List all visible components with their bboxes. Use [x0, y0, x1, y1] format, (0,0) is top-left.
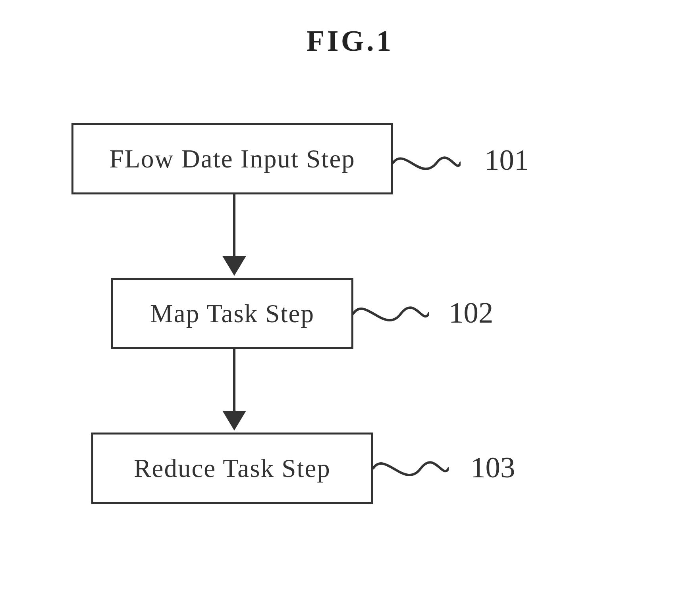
callout-connector-1	[393, 151, 461, 183]
callout-connector-3	[373, 456, 449, 488]
diagram-canvas: FIG.1 FLow Date Input Step 101 Map Task …	[0, 0, 700, 596]
callout-connector-2	[353, 302, 429, 333]
flow-step-label-3: Reduce Task Step	[134, 454, 331, 483]
svg-marker-1	[222, 256, 246, 276]
flow-step-box-2: Map Task Step	[111, 278, 353, 349]
callout-label-2: 102	[449, 296, 494, 330]
svg-marker-3	[222, 411, 246, 431]
callout-label-1: 101	[484, 143, 529, 177]
flow-step-box-3: Reduce Task Step	[91, 433, 373, 504]
figure-title: FIG.1	[0, 24, 700, 58]
arrow-1-to-2	[214, 194, 254, 278]
arrow-2-to-3	[214, 349, 254, 433]
callout-label-3: 103	[471, 450, 515, 484]
flow-step-label-1: FLow Date Input Step	[109, 144, 355, 174]
flow-step-box-1: FLow Date Input Step	[71, 123, 393, 194]
flow-step-label-2: Map Task Step	[150, 299, 314, 329]
